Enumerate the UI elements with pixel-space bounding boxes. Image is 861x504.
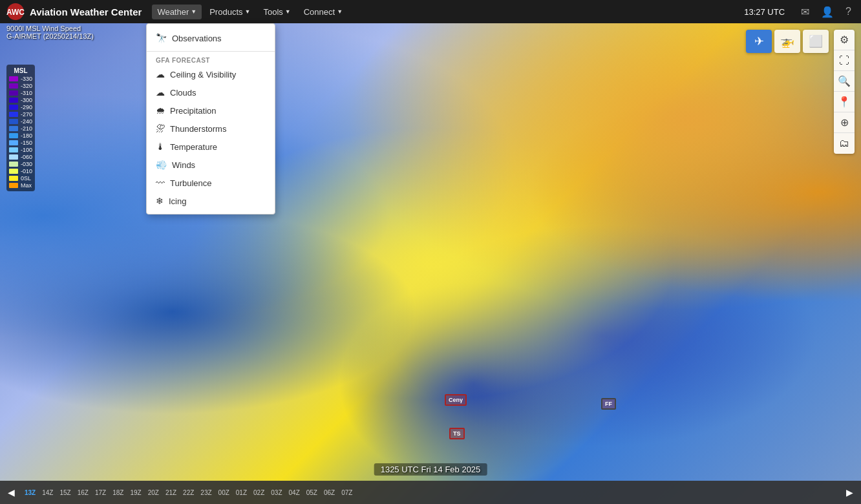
legend-row: -240 [9, 118, 32, 125]
chevron-down-icon: ▼ [191, 8, 197, 15]
map-area[interactable]: Cenγ TS FF [0, 23, 861, 504]
settings-button[interactable]: ⚙ [834, 30, 855, 50]
legend-row: 0SL [9, 175, 32, 182]
legend-swatch [9, 154, 18, 160]
nav-connect[interactable]: Connect ▼ [299, 5, 348, 19]
legend-label: -240 [21, 118, 32, 125]
main-nav: Weather ▼ Products ▼ Tools ▼ Connect ▼ [152, 5, 348, 19]
legend-row: -010 [9, 168, 32, 174]
menu-item-turbulence[interactable]: 〰 Turbulence [147, 174, 275, 192]
menu-item-thunderstorms[interactable]: ⛈ Thunderstorms [147, 120, 275, 138]
observations-icon: 🔭 [156, 33, 167, 43]
timeline-tick[interactable]: 19Z [127, 489, 144, 496]
legend-label: -010 [21, 168, 32, 174]
menu-item-icing[interactable]: ❄ Icing [147, 192, 275, 210]
legend-label: -180 [21, 132, 32, 139]
legend-label: -320 [21, 83, 32, 89]
weather-dropdown-menu: 🔭 Observations GFA FORECAST ☁ Ceiling & … [146, 23, 275, 215]
legend-swatch [9, 112, 18, 117]
legend-swatch [9, 147, 18, 152]
map-subtitle1: 9000l MSL Wind Speed [6, 25, 94, 32]
timeline-tick[interactable]: 06Z [321, 489, 338, 496]
legend-swatch [9, 126, 18, 131]
timeline-tick[interactable]: 14Z [39, 489, 56, 496]
legend-row: -310 [9, 90, 32, 96]
chevron-down-icon: ▼ [337, 8, 343, 15]
legend-row: -270 [9, 111, 32, 118]
mail-icon-button[interactable]: ✉ [798, 5, 813, 19]
turbulence-icon: 〰 [156, 178, 165, 188]
legend-label: -310 [21, 90, 32, 96]
timeline-ticks: 13Z 14Z 15Z 16Z 17Z 18Z 19Z 20Z 21Z 22Z … [21, 489, 840, 496]
legend-swatch [9, 176, 18, 181]
legend-row: -180 [9, 132, 32, 139]
timeline-tick[interactable]: 22Z [180, 489, 197, 496]
timeline-tick[interactable]: 04Z [286, 489, 303, 496]
legend-label: 0SL [21, 175, 31, 182]
menu-item-observations[interactable]: 🔭 Observations [147, 28, 275, 48]
timeline-tick[interactable]: 05Z [303, 489, 321, 496]
legend-swatch [9, 105, 18, 110]
storm-marker-ts: TS [449, 428, 465, 439]
legend-label: -290 [21, 104, 32, 110]
storm-marker-ff: FF [601, 398, 616, 410]
airplane-view-button[interactable]: ✈ [746, 30, 772, 53]
legend-row: Max [9, 182, 32, 189]
timeline-bar: ◀ 13Z 14Z 15Z 16Z 17Z 18Z 19Z 20Z 21Z 22… [0, 481, 861, 504]
legend-title: MSL [9, 67, 32, 74]
timeline-tick[interactable]: 21Z [162, 489, 180, 496]
timeline-tick[interactable]: 00Z [215, 489, 233, 496]
zoom-button[interactable]: 🔍 [834, 71, 855, 92]
storm-marker-cenγ: Cenγ [445, 394, 467, 406]
legend-row: -290 [9, 104, 32, 110]
icing-icon: ❄ [156, 196, 164, 206]
winds-icon: 💨 [156, 160, 167, 170]
layers-button[interactable]: ⊕ [834, 112, 855, 133]
timeline-prev-button[interactable]: ◀ [5, 486, 17, 499]
helicopter-view-button[interactable]: 🚁 [774, 30, 800, 53]
right-toolbar: ⚙ ⛶ 🔍 📍 ⊕ 🗂 [834, 30, 855, 154]
timeline-tick[interactable]: 16Z [74, 489, 92, 496]
chart-view-button[interactable]: ⬜ [803, 30, 829, 53]
chevron-down-icon: ▼ [245, 8, 251, 15]
menu-item-winds[interactable]: 💨 Winds [147, 156, 275, 174]
menu-item-clouds[interactable]: ☁ Clouds [147, 83, 275, 101]
menu-item-temperature[interactable]: 🌡 Temperature [147, 138, 275, 156]
svg-text:AWC: AWC [6, 8, 25, 17]
nav-weather[interactable]: Weather ▼ [152, 5, 202, 19]
legend-row: -320 [9, 83, 32, 89]
timeline-tick[interactable]: 20Z [145, 489, 162, 496]
ceiling-visibility-icon: ☁ [156, 69, 165, 79]
legend-swatch [9, 162, 18, 167]
legend-swatch [9, 76, 18, 81]
map-subtitle2: G-AIRMET (20250214/13Z) [6, 32, 94, 40]
location-pin-button[interactable]: 📍 [834, 92, 855, 112]
precipitation-icon: 🌧 [156, 105, 165, 116]
nav-tools[interactable]: Tools ▼ [258, 5, 295, 19]
crosshair-button[interactable]: ⛶ [834, 50, 855, 71]
chevron-down-icon: ▼ [285, 8, 291, 15]
timeline-tick[interactable]: 03Z [268, 489, 285, 496]
timeline-next-button[interactable]: ▶ [844, 486, 856, 499]
user-icon-button[interactable]: 👤 [818, 5, 837, 19]
timeline-tick[interactable]: 02Z [250, 489, 268, 496]
timeline-tick[interactable]: 07Z [338, 489, 356, 496]
menu-item-ceiling-visibility[interactable]: ☁ Ceiling & Visibility [147, 65, 275, 83]
legend-label: -270 [21, 111, 32, 118]
timeline-tick[interactable]: 17Z [92, 489, 109, 496]
timeline-tick[interactable]: 23Z [197, 489, 215, 496]
timeline-tick-active[interactable]: 13Z [21, 489, 39, 496]
nav-products[interactable]: Products ▼ [204, 5, 255, 19]
timeline-tick[interactable]: 15Z [56, 489, 74, 496]
timeline-tick[interactable]: 18Z [109, 489, 127, 496]
thunderstorms-icon: ⛈ [156, 123, 165, 134]
timeline-tick[interactable]: 01Z [233, 489, 250, 496]
menu-item-precipitation[interactable]: 🌧 Precipitation [147, 101, 275, 120]
legend-label: -100 [21, 147, 32, 153]
legend-label: Max [21, 182, 32, 189]
legend-color-bar: -330 -320 -310 -300 -290 -270 -240 -210 [9, 76, 32, 189]
legend-button[interactable]: 🗂 [834, 133, 855, 154]
help-icon-button[interactable]: ? [842, 5, 855, 19]
legend-row: -210 [9, 125, 32, 132]
legend-swatch [9, 133, 18, 138]
